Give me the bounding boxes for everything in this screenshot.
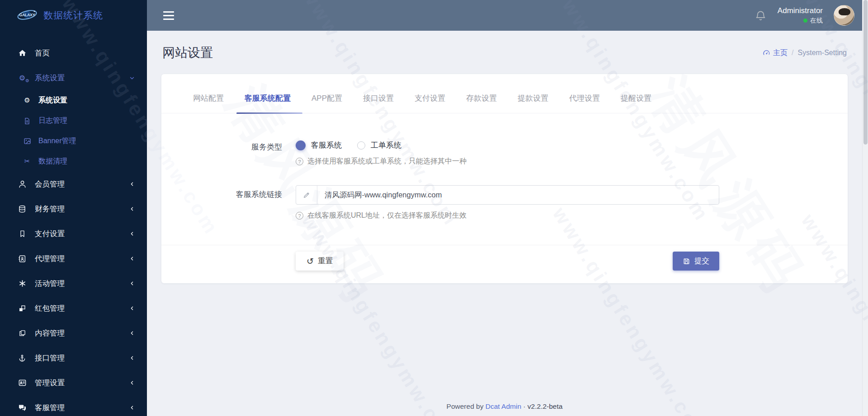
version-text: v2.2.2-beta <box>528 402 563 410</box>
home-icon <box>17 49 27 57</box>
page-head: 网站设置 主页 / System-Setting <box>161 44 848 61</box>
sidebar-item-home[interactable]: 首页 <box>0 41 147 65</box>
sidebar-item-finance-management[interactable]: 财务管理 <box>0 196 147 221</box>
breadcrumb: 主页 / System-Setting <box>763 48 847 58</box>
tab-deposit-settings[interactable]: 存款设置 <box>466 74 497 113</box>
scrollbar-thumb[interactable] <box>863 0 868 145</box>
sidebar-item-payment-settings[interactable]: 支付设置 <box>0 221 147 246</box>
gears-icon: ⚙⚙ <box>17 75 27 82</box>
online-dot-icon <box>803 19 807 23</box>
comments-icon <box>17 403 27 412</box>
sidebar-item-customer-service-management[interactable]: 客服管理 <box>0 395 147 416</box>
dashboard-icon <box>763 49 770 57</box>
tab-bar: 网站配置 客服系统配置 APP配置 接口设置 支付设置 存款设置 提款设置 代理… <box>161 74 848 113</box>
anchor-icon <box>17 354 27 362</box>
sidebar-item-api-management[interactable]: 接口管理 <box>0 346 147 370</box>
chevron-left-icon <box>129 256 135 262</box>
system-settings-submenu: ⚙ 系统设置 日志管理 Banner管理 ✂ 数据清 <box>0 90 147 172</box>
chevron-left-icon <box>129 330 135 336</box>
sidebar-item-system-settings[interactable]: ⚙⚙ 系统设置 <box>0 65 147 90</box>
tab-withdraw-settings[interactable]: 提款设置 <box>518 74 548 113</box>
sidebar-item-admin-settings[interactable]: 管理设置 <box>0 370 147 395</box>
database-icon <box>17 205 27 213</box>
chevron-left-icon <box>129 181 135 187</box>
sidebar-subitem-system-settings[interactable]: ⚙ 系统设置 <box>0 90 147 111</box>
tab-website-config[interactable]: 网站配置 <box>193 74 224 113</box>
question-circle-icon: ? <box>296 212 303 220</box>
log-file-icon <box>23 117 32 125</box>
logo[interactable]: GALAXY 数据统计系统 <box>0 0 147 31</box>
scrollbar[interactable] <box>862 0 868 416</box>
tab-api-settings[interactable]: 接口设置 <box>363 74 394 113</box>
sidebar-item-member-management[interactable]: 会员管理 <box>0 172 147 196</box>
image-icon <box>23 137 32 145</box>
chevron-left-icon <box>129 280 135 286</box>
user-status: 在线 <box>778 16 823 25</box>
breadcrumb-separator: / <box>792 49 793 57</box>
pencil-icon <box>296 186 317 204</box>
undo-icon: ↺ <box>307 257 314 266</box>
address-book-icon <box>17 255 27 263</box>
reset-button[interactable]: ↺ 重置 <box>296 252 344 271</box>
sidebar: GALAXY 数据统计系统 首页 ⚙⚙ 系统设置 ⚙ <box>0 0 147 416</box>
chevron-left-icon <box>129 355 135 361</box>
tab-app-config[interactable]: APP配置 <box>311 74 342 113</box>
sidebar-subitem-log-management[interactable]: 日志管理 <box>0 111 147 131</box>
notification-bell-icon[interactable] <box>755 9 767 22</box>
svg-text:GALAXY: GALAXY <box>19 13 35 17</box>
chevron-left-icon <box>129 380 135 386</box>
avatar[interactable] <box>834 5 854 26</box>
sidebar-item-redpacket-management[interactable]: 红包管理 <box>0 296 147 321</box>
content: 网站设置 主页 / System-Setting 网站配置 客服系统配置 APP… <box>147 31 868 416</box>
main-area: Administrator 在线 网站设置 主页 / <box>147 0 868 416</box>
tab-reminder-settings[interactable]: 提醒设置 <box>621 74 651 113</box>
service-type-label: 服务类型 <box>161 138 296 166</box>
question-circle-icon: ? <box>296 158 303 165</box>
breadcrumb-current: System-Setting <box>798 49 847 57</box>
galaxy-logo-icon: GALAXY <box>16 8 38 23</box>
service-type-options: 客服系统 工单系统 <box>296 138 719 150</box>
form-footer: ↺ 重置 提交 <box>161 245 848 283</box>
service-type-row: 服务类型 客服系统 工单系统 ? 选择使用客服系统或工单系统，只能选择其中一种 <box>161 138 848 166</box>
sidebar-subitem-data-cleanup[interactable]: ✂ 数据清理 <box>0 151 147 172</box>
settings-form: 服务类型 客服系统 工单系统 ? 选择使用客服系统或工单系统，只能选择其中一种 <box>161 113 848 220</box>
id-card-icon <box>17 379 27 387</box>
page-title: 网站设置 <box>162 44 213 61</box>
chevron-left-icon <box>129 206 135 212</box>
copy-icon <box>17 329 27 337</box>
app-root: GALAXY 数据统计系统 首页 ⚙⚙ 系统设置 ⚙ <box>0 0 868 416</box>
gear-icon: ⚙ <box>23 97 32 104</box>
bookmark-icon <box>17 230 27 238</box>
submit-button[interactable]: 提交 <box>673 252 719 271</box>
tab-customer-service-config[interactable]: 客服系统配置 <box>245 74 291 113</box>
sidebar-item-activity-management[interactable]: 活动管理 <box>0 271 147 296</box>
sidebar-menu: 首页 ⚙⚙ 系统设置 ⚙ 系统设置 日志管理 <box>0 31 147 416</box>
chevron-down-icon <box>129 75 135 81</box>
cubes-icon <box>17 304 27 313</box>
radio-ticket-system[interactable] <box>357 141 365 150</box>
sidebar-item-agent-management[interactable]: 代理管理 <box>0 246 147 271</box>
service-link-label: 客服系统链接 <box>161 185 296 220</box>
hamburger-menu-button[interactable] <box>163 11 174 20</box>
chevron-left-icon <box>129 231 135 237</box>
scissors-icon: ✂ <box>23 158 32 165</box>
chevron-left-icon <box>129 305 135 311</box>
service-link-input[interactable] <box>317 186 719 204</box>
topbar: Administrator 在线 <box>147 0 868 31</box>
burst-icon <box>17 280 27 287</box>
user-name: Administrator <box>778 6 823 16</box>
app-title: 数据统计系统 <box>43 9 103 22</box>
chevron-left-icon <box>129 405 135 411</box>
radio-customer-service[interactable] <box>296 140 306 150</box>
settings-card: 网站配置 客服系统配置 APP配置 接口设置 支付设置 存款设置 提款设置 代理… <box>161 74 848 283</box>
tab-agent-settings[interactable]: 代理设置 <box>569 74 600 113</box>
service-link-input-group <box>296 185 719 205</box>
tab-payment-settings[interactable]: 支付设置 <box>415 74 445 113</box>
save-icon <box>683 257 690 265</box>
dcat-admin-link[interactable]: Dcat Admin <box>486 402 521 410</box>
service-type-help: ? 选择使用客服系统或工单系统，只能选择其中一种 <box>296 157 719 166</box>
breadcrumb-home-link[interactable]: 主页 <box>763 48 788 58</box>
sidebar-subitem-banner-management[interactable]: Banner管理 <box>0 131 147 151</box>
user-info[interactable]: Administrator 在线 <box>778 6 823 25</box>
sidebar-item-content-management[interactable]: 内容管理 <box>0 321 147 346</box>
